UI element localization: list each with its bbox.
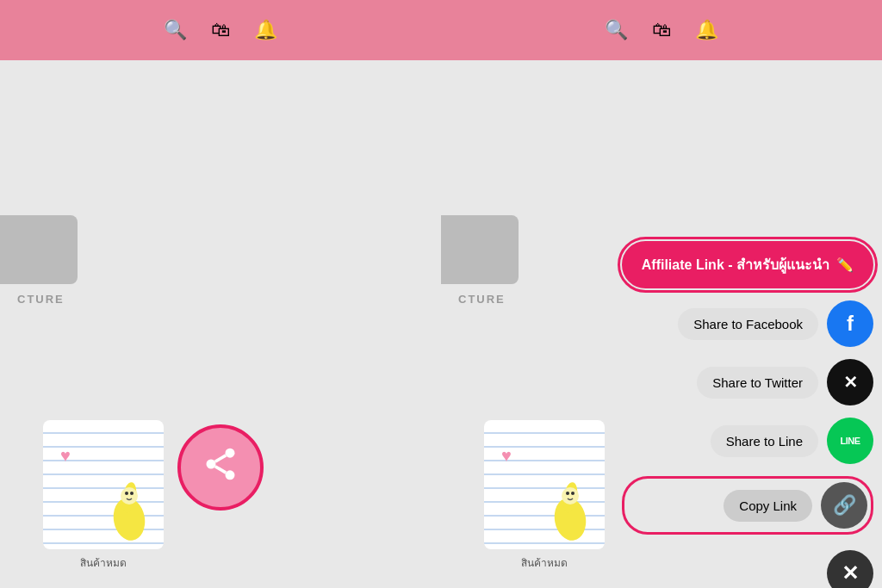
share-facebook-button[interactable]: Share to Facebook — [678, 308, 818, 340]
affiliate-link-button[interactable]: Affiliate Link - สำหรับผู้แนะนำ ✏️ — [622, 241, 873, 288]
left-ture-label: CTURE — [17, 293, 65, 306]
left-topbar: 🔍 🛍 🔔 — [0, 0, 441, 60]
svg-point-0 — [226, 448, 235, 457]
right-gray-block — [441, 215, 519, 284]
sold-out-label: สินค้าหมด — [80, 554, 127, 571]
right-panel: 🔍 🛍 🔔 CTURE ♥ สินค้าหมด — [441, 0, 882, 588]
banana-icon — [103, 472, 155, 541]
right-product-area: ♥ สินค้าหมด — [484, 420, 605, 571]
close-icon: ✕ — [842, 561, 859, 585]
svg-line-4 — [215, 455, 227, 461]
affiliate-label: Affiliate Link - สำหรับผู้แนะนำ — [642, 254, 829, 275]
facebook-icon: f — [847, 312, 854, 336]
share-menu: Affiliate Link - สำหรับผู้แนะนำ ✏️ Share… — [622, 241, 873, 588]
share-line-row: Share to Line LINE — [622, 418, 873, 464]
affiliate-row: Affiliate Link - สำหรับผู้แนะนำ ✏️ — [622, 241, 873, 288]
left-panel: 🔍 🛍 🔔 CTURE — [0, 0, 441, 588]
share-line-button[interactable]: Share to Line — [711, 425, 818, 457]
link-icon: 🔗 — [833, 494, 856, 517]
share-twitter-button[interactable]: Share to Twitter — [697, 367, 818, 399]
share-facebook-row: Share to Facebook f — [622, 300, 873, 347]
bag-icon[interactable]: 🛍 — [211, 19, 230, 41]
right-banana-icon — [544, 472, 596, 541]
search-icon[interactable]: 🔍 — [164, 19, 187, 41]
svg-point-9 — [130, 492, 134, 495]
svg-point-13 — [566, 492, 569, 495]
right-topbar: 🔍 🛍 🔔 — [441, 0, 882, 60]
left-product-area: ♥ สินค้าหมด — [43, 420, 164, 571]
heart-decoration: ♥ — [60, 446, 71, 466]
right-content: CTURE ♥ สินค้าหมด — [441, 60, 882, 588]
share-twitter-row: Share to Twitter ✕ — [622, 359, 873, 405]
right-heart: ♥ — [501, 446, 512, 466]
svg-point-8 — [125, 492, 128, 495]
share-icon — [202, 445, 239, 491]
svg-point-2 — [226, 470, 235, 480]
right-search-icon[interactable]: 🔍 — [605, 19, 628, 41]
twitter-icon: ✕ — [843, 372, 858, 393]
close-button[interactable]: ✕ — [827, 550, 873, 588]
right-sold-out-label: สินค้าหมด — [521, 554, 568, 571]
svg-point-14 — [571, 492, 575, 495]
copy-link-button[interactable]: Copy Link — [724, 490, 812, 522]
link-circle-button[interactable]: 🔗 — [821, 482, 867, 529]
edit-icon: ✏️ — [836, 257, 854, 273]
facebook-circle-button[interactable]: f — [827, 300, 873, 347]
svg-point-12 — [562, 487, 579, 504]
right-bag-icon[interactable]: 🛍 — [652, 19, 671, 41]
left-gray-block — [0, 215, 78, 284]
line-icon: LINE — [840, 436, 860, 446]
right-ture-label: CTURE — [458, 293, 506, 306]
right-bell-icon[interactable]: 🔔 — [695, 19, 718, 41]
line-circle-button[interactable]: LINE — [827, 418, 873, 464]
svg-point-7 — [121, 487, 138, 504]
left-content: CTURE ♥ — [0, 60, 441, 588]
close-row: ✕ — [622, 550, 873, 588]
copy-link-row: Copy Link 🔗 — [622, 476, 873, 535]
svg-point-1 — [207, 459, 216, 468]
twitter-circle-button[interactable]: ✕ — [827, 359, 873, 405]
share-button[interactable] — [177, 424, 264, 511]
bell-icon[interactable]: 🔔 — [254, 19, 277, 41]
svg-line-3 — [215, 466, 227, 472]
